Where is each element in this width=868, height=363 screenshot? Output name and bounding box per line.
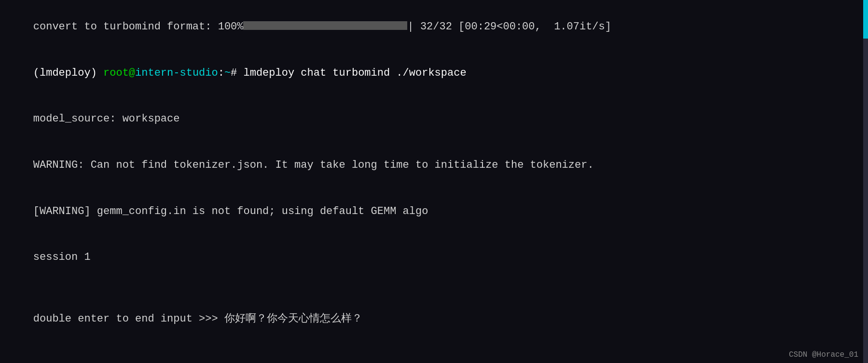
prompt-path: ~ (224, 67, 231, 79)
terminal: convert to turbomind format: 100%| 32/32… (0, 0, 868, 363)
line-convert: convert to turbomind format: 100%| 32/32… (8, 4, 860, 50)
line-prompt: (lmdeploy) root@intern-studio:~# lmdeplo… (8, 50, 860, 96)
convert-text: convert to turbomind format: 100% (33, 21, 244, 33)
prompt-host: intern-studio (135, 67, 218, 79)
line-warning2: [WARNING] gemm_config.in is not found; u… (8, 188, 860, 235)
progress-bar (243, 21, 407, 30)
prompt-user: root (103, 67, 129, 79)
prompt-hash: # lmdeploy chat turbomind ./workspace (231, 67, 466, 79)
line-session: session 1 (8, 234, 860, 281)
scrollbar-thumb[interactable] (863, 0, 868, 39)
progress-stats: | 32/32 [00:29<00:00, 1.07it/s] (407, 21, 611, 33)
prompt-prefix: (lmdeploy) (33, 67, 103, 79)
prompt-at: @ (129, 67, 135, 79)
line-blank2 (8, 342, 860, 358)
scrollbar[interactable] (863, 0, 868, 363)
line-input-prompt: double enter to end input >>> 你好啊？你今天心情怎… (8, 296, 860, 342)
line-blank1 (8, 281, 860, 296)
watermark: CSDN @Horace_01 (789, 350, 858, 359)
prompt-colon: : (218, 67, 224, 79)
line-system: <|System|>:You are an AI assistant whose… (8, 357, 860, 363)
line-warning1: WARNING: Can not find tokenizer.json. It… (8, 142, 860, 188)
line-model-source: model_source: workspace (8, 96, 860, 142)
